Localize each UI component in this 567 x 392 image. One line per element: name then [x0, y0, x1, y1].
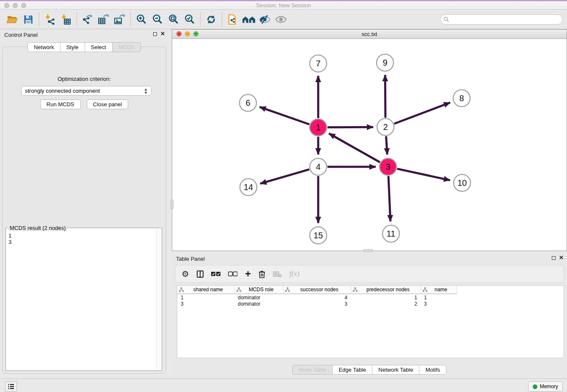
table-row[interactable]: 1dominator411	[177, 294, 457, 301]
table-cell[interactable]: dominator	[234, 301, 283, 307]
table-panel: Table Panel ✕ ⚙ + f(x) shared nameMCDS r…	[172, 253, 567, 378]
splitter-grip-horizontal[interactable]	[363, 249, 373, 252]
criterion-select[interactable]: strongly connected component ▲▼	[21, 86, 151, 96]
table-row[interactable]: 3dominator323	[177, 301, 457, 307]
table-cell[interactable]: 2	[351, 301, 421, 307]
select-all-icon[interactable]	[211, 271, 220, 276]
first-neighbors-button[interactable]	[241, 12, 257, 27]
edge-3-1[interactable]	[329, 133, 380, 162]
export-network-button[interactable]	[80, 12, 96, 27]
table-cell[interactable]: 3	[421, 301, 457, 307]
close-panel-button[interactable]: Close panel	[87, 99, 129, 109]
import-table-button[interactable]	[58, 12, 74, 27]
search-icon	[443, 17, 449, 22]
select-updown-icon: ▲▼	[144, 88, 148, 94]
mcds-result-scrollbar[interactable]	[156, 229, 161, 370]
toolbar-separator	[222, 12, 222, 27]
edge-3-11[interactable]	[388, 176, 391, 221]
float-panel-icon[interactable]	[552, 256, 556, 260]
edge-3-10[interactable]	[397, 169, 450, 180]
node-label-1: 1	[316, 123, 320, 132]
mcds-result-box: MCDS result (2 nodes) 1 3	[6, 228, 162, 371]
float-panel-icon[interactable]	[153, 32, 157, 36]
control-panel-title: Control Panel	[4, 32, 38, 38]
show-columns-icon[interactable]	[197, 271, 204, 278]
column-header-name[interactable]: name	[421, 286, 457, 294]
export-image-icon	[113, 14, 126, 25]
zoom-out-button[interactable]	[149, 12, 165, 27]
export-network-icon	[81, 14, 94, 25]
mcds-result-text[interactable]: 1 3	[8, 232, 156, 369]
hide-selected-button[interactable]	[257, 12, 273, 27]
add-column-icon[interactable]: +	[245, 270, 251, 278]
tab-network-table[interactable]: Network Table	[372, 365, 419, 375]
edge-2-9[interactable]	[385, 75, 385, 118]
close-panel-icon[interactable]: ✕	[559, 256, 564, 260]
memory-button[interactable]: Memory	[528, 381, 563, 392]
edge-2-8[interactable]	[394, 102, 450, 124]
unselect-all-icon[interactable]	[228, 271, 237, 276]
eye-icon-disabled	[275, 14, 287, 25]
table-cell[interactable]: 4	[283, 294, 351, 301]
export-table-button[interactable]	[96, 12, 112, 27]
function-builder-icon: f(x)	[289, 270, 300, 278]
new-network-from-selection-button[interactable]	[225, 12, 241, 27]
table-cell[interactable]: 1	[177, 294, 234, 301]
table-cell[interactable]: 3	[177, 301, 234, 307]
import-network-button[interactable]	[42, 12, 58, 27]
export-image-button[interactable]	[112, 12, 128, 27]
column-header-predecessor-nodes[interactable]: predecessor nodes	[351, 286, 421, 294]
zoom-fit-button[interactable]	[165, 12, 182, 27]
table-cell[interactable]: 1	[351, 294, 421, 301]
network-window-titlebar[interactable]: x − + scc.txt	[172, 30, 567, 39]
column-header-shared-name[interactable]: shared name	[177, 286, 234, 294]
tab-network[interactable]: Network	[28, 42, 61, 52]
column-header-MCDS-role[interactable]: MCDS role	[234, 286, 283, 294]
save-session-button[interactable]	[20, 12, 36, 27]
edge-2-3[interactable]	[386, 136, 387, 155]
table-toolbar: ⚙ + f(x)	[175, 265, 564, 283]
table-options-icon[interactable]: ⚙	[182, 269, 189, 279]
table-cell[interactable]: 1	[421, 294, 457, 301]
search-input[interactable]	[440, 14, 563, 25]
zoom-in-button[interactable]	[133, 12, 149, 27]
tab-motifs[interactable]: Motifs	[419, 365, 446, 375]
eye-slash-icon	[259, 14, 271, 25]
import-network-icon	[44, 14, 56, 25]
table-cell[interactable]: dominator	[234, 294, 283, 301]
zoom-in-icon	[135, 14, 147, 25]
toolbar-separator	[130, 12, 131, 27]
table-panel-header: Table Panel ✕	[172, 253, 567, 265]
control-panel-header: Control Panel ✕	[0, 29, 168, 41]
edge-1-2[interactable]	[328, 127, 373, 127]
edge-1-6[interactable]	[259, 107, 309, 124]
zoom-selected-button[interactable]	[182, 12, 198, 27]
zoom-fit-icon	[168, 14, 179, 25]
splitter-grip-vertical[interactable]	[171, 200, 173, 209]
tab-select[interactable]: Select	[85, 42, 113, 52]
tab-mcds[interactable]: MCDS	[113, 42, 141, 52]
network-document-icon	[226, 13, 239, 26]
open-file-button[interactable]	[4, 12, 20, 27]
node-label-8: 8	[459, 94, 464, 103]
tab-style[interactable]: Style	[61, 42, 85, 52]
node-table: shared nameMCDS rolesuccessor nodesprede…	[177, 285, 564, 358]
memory-status-dot	[533, 384, 537, 389]
task-history-button[interactable]	[5, 381, 17, 392]
tab-edge-table[interactable]: Edge Table	[333, 365, 372, 375]
search-container	[440, 14, 563, 25]
edge-4-14[interactable]	[260, 169, 309, 184]
column-header-successor-nodes[interactable]: successor nodes	[283, 286, 351, 294]
window-title: Session: New Session	[0, 2, 567, 8]
list-icon	[8, 384, 14, 389]
zoom-out-icon	[151, 14, 163, 25]
close-panel-icon[interactable]: ✕	[160, 32, 165, 36]
tab-node-table[interactable]: Node Table	[292, 365, 333, 375]
run-mcds-button[interactable]: Run MCDS	[40, 99, 81, 109]
show-all-button[interactable]	[273, 12, 289, 27]
table-cell[interactable]: 3	[283, 301, 351, 307]
apply-layout-button[interactable]	[203, 12, 219, 27]
delete-table-icon	[273, 271, 282, 277]
delete-column-icon[interactable]	[259, 270, 265, 278]
network-canvas[interactable]: 7968124314101511	[172, 39, 567, 251]
